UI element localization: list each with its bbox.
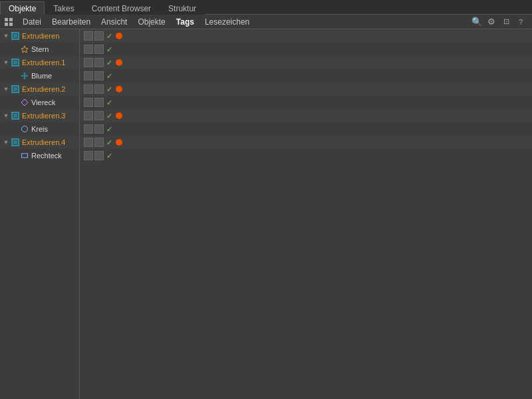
tags-row-extrudieren1: ✓ — [80, 56, 532, 69]
menu-objekte[interactable]: Objekte — [132, 15, 170, 29]
settings-icon[interactable]: ⚙ — [485, 16, 497, 28]
stern-spacer — [12, 46, 19, 53]
extrude-icon-4 — [11, 138, 20, 147]
flower-icon — [20, 71, 29, 80]
tag-check-2a[interactable] — [84, 58, 93, 67]
tag-tick-1: ✓ — [105, 32, 113, 40]
tag-check-rechteck-a[interactable] — [84, 151, 93, 160]
svg-point-13 — [26, 75, 28, 77]
kreis-label: Kreis — [31, 125, 48, 133]
svg-rect-21 — [13, 140, 17, 144]
rechteck-label: Rechteck — [31, 152, 62, 160]
tag-check-stern-a[interactable] — [84, 45, 93, 54]
tag-check-4a[interactable] — [84, 111, 93, 120]
tree-row-extrudieren[interactable]: ▼ Extrudieren — [0, 29, 79, 43]
svg-rect-0 — [5, 18, 8, 21]
tab-content-browser[interactable]: Content Browser — [83, 1, 160, 15]
tag-tick-blume: ✓ — [105, 72, 113, 80]
tag-check-5b[interactable] — [94, 138, 104, 147]
tag-tick-kreis: ✓ — [105, 125, 113, 133]
tags-row-extrudieren3: ✓ — [80, 109, 532, 122]
circle-icon — [20, 124, 29, 134]
tag-dot-2 — [116, 59, 122, 66]
blume-spacer — [12, 72, 19, 79]
svg-rect-5 — [13, 34, 17, 38]
tag-check-rechteck-b[interactable] — [94, 151, 104, 160]
tag-check-5a[interactable] — [84, 138, 93, 147]
search-icon[interactable]: 🔍 — [471, 16, 483, 28]
tag-tick-stern: ✓ — [105, 45, 113, 53]
menu-tags[interactable]: Tags — [171, 15, 200, 29]
tag-check-4b[interactable] — [94, 111, 104, 120]
tag-dot-3 — [116, 86, 122, 92]
tag-check-2b[interactable] — [94, 58, 104, 67]
tab-objekte[interactable]: Objekte — [0, 1, 45, 15]
svg-point-9 — [24, 75, 26, 77]
menu-bearbeiten[interactable]: Bearbeiten — [47, 15, 96, 29]
tag-check-kreis-b[interactable] — [94, 124, 104, 134]
tag-check-blume-b[interactable] — [94, 71, 104, 80]
svg-marker-6 — [21, 46, 28, 53]
tree-row-kreis[interactable]: Kreis — [0, 122, 79, 136]
svg-point-11 — [24, 77, 26, 79]
tag-tick-2: ✓ — [105, 59, 113, 66]
tag-check-3a[interactable] — [84, 84, 93, 94]
tag-check-stern-b[interactable] — [94, 45, 104, 54]
svg-rect-1 — [9, 18, 13, 21]
extrudieren-label: Extrudieren — [22, 32, 59, 40]
expand-arrow-2: ▼ — [3, 86, 9, 92]
tag-check-kreis-a[interactable] — [84, 124, 93, 134]
tree-row-viereck[interactable]: Viereck — [0, 96, 79, 109]
stern-label: Stern — [31, 45, 49, 53]
tag-tick-rechteck: ✓ — [105, 152, 113, 160]
expand-arrow-3: ▼ — [3, 112, 9, 119]
tree-row-extrudieren1[interactable]: ▼ Extrudieren.1 — [0, 56, 79, 69]
question-icon[interactable]: ? — [515, 16, 527, 28]
tags-row-kreis: ✓ — [80, 122, 532, 136]
tag-tick-4: ✓ — [105, 112, 113, 120]
menu-lesezeichen[interactable]: Lesezeichen — [200, 15, 255, 29]
tags-row-extrudieren4: ✓ — [80, 136, 532, 149]
kreis-spacer — [12, 126, 19, 132]
tab-takes[interactable]: Takes — [45, 1, 82, 15]
svg-rect-18 — [13, 114, 17, 118]
tags-row-rechteck: ✓ — [80, 149, 532, 162]
tree-row-extrudieren4[interactable]: ▼ Extrudieren.4 — [0, 136, 79, 149]
menu-ansicht[interactable]: Ansicht — [96, 15, 132, 29]
tree-row-rechteck[interactable]: Rechteck — [0, 149, 79, 162]
tag-check-3b[interactable] — [94, 84, 104, 94]
expand-icon[interactable]: ⊡ — [500, 16, 512, 28]
menu-bar: Datei Bearbeiten Ansicht Objekte Tags Le… — [0, 15, 532, 29]
tag-check-1b[interactable] — [94, 31, 104, 41]
tag-check-viereck-a[interactable] — [84, 98, 93, 107]
tree-row-extrudieren3[interactable]: ▼ Extrudieren.3 — [0, 109, 79, 122]
rechteck-spacer — [12, 152, 19, 159]
extrudieren2-label: Extrudieren.2 — [22, 85, 65, 93]
viereck-label: Viereck — [31, 98, 55, 106]
expand-arrow-1: ▼ — [3, 59, 9, 66]
svg-rect-22 — [22, 154, 28, 158]
tree-row-extrudieren2[interactable]: ▼ Extrudieren.2 — [0, 82, 79, 96]
expand-arrow: ▼ — [3, 33, 9, 39]
tab-struktur[interactable]: Struktur — [160, 1, 205, 15]
tags-row-extrudieren: ✓ — [80, 29, 532, 43]
svg-rect-15 — [13, 87, 17, 91]
viereck-spacer — [12, 99, 19, 106]
tag-check-1a[interactable] — [84, 31, 93, 41]
tag-check-blume-a[interactable] — [84, 71, 93, 80]
tree-row-stern[interactable]: Stern — [0, 43, 79, 56]
tags-row-blume: ✓ — [80, 69, 532, 82]
extrude-icon-3 — [11, 111, 20, 120]
tree-panel: ▼ Extrudieren Stern ▼ Extrudieren.1 — [0, 29, 80, 399]
tags-panel: ✓ ✓ ✓ ✓ ✓ — [80, 29, 532, 399]
menu-datei[interactable]: Datei — [17, 15, 47, 29]
tag-check-viereck-b[interactable] — [94, 98, 104, 107]
tab-bar: Objekte Takes Content Browser Struktur — [0, 0, 532, 15]
main-area: ▼ Extrudieren Stern ▼ Extrudieren.1 — [0, 29, 532, 399]
rect-icon — [20, 151, 29, 160]
star-icon — [20, 45, 29, 54]
extrudieren1-label: Extrudieren.1 — [22, 59, 65, 66]
extrudieren3-label: Extrudieren.3 — [22, 112, 65, 120]
tag-dot-1 — [116, 33, 122, 39]
tree-row-blume[interactable]: Blume — [0, 69, 79, 82]
